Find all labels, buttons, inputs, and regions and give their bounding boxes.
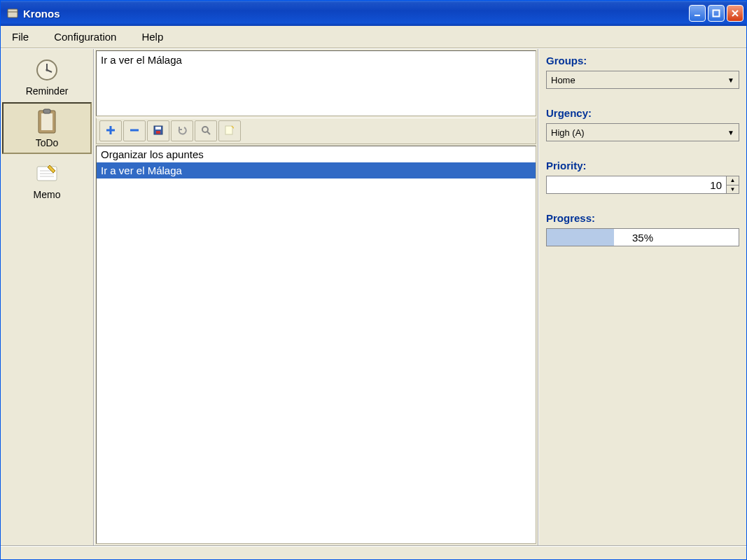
menu-file[interactable]: File [6, 28, 34, 46]
list-item[interactable]: Ir a ver el Málaga [97, 162, 536, 178]
svg-rect-20 [225, 126, 232, 134]
spinner-down-icon[interactable]: ▼ [727, 186, 739, 194]
note-icon [224, 125, 235, 138]
clipboard-icon [33, 108, 61, 136]
svg-rect-10 [43, 109, 50, 113]
sidebar-item-memo[interactable]: Memo [2, 154, 92, 206]
todo-list[interactable]: Organizar los apuntes Ir a ver el Málaga [96, 146, 536, 544]
titlebar[interactable]: Kronos [1, 1, 746, 26]
list-item[interactable]: Organizar los apuntes [97, 146, 536, 162]
menu-configuration[interactable]: Configuration [48, 28, 122, 46]
minimize-button[interactable] [689, 5, 706, 22]
sidebar-item-todo[interactable]: ToDo [2, 102, 92, 154]
groups-value: Home [551, 75, 575, 85]
progress-text: 35% [547, 229, 739, 246]
sidebar-item-label: ToDo [36, 137, 59, 148]
properties-panel: Groups: Home ▼ Urgency: High (A) ▼ Prior… [538, 49, 746, 545]
svg-rect-17 [156, 131, 160, 134]
sidebar-item-label: Reminder [26, 85, 69, 97]
search-button[interactable] [195, 120, 217, 141]
app-icon [6, 7, 19, 20]
urgency-label: Urgency: [546, 107, 739, 119]
clock-icon [33, 56, 61, 84]
sidebar-item-label: Memo [34, 189, 61, 200]
plus-icon [105, 125, 116, 138]
detail-text[interactable]: Ir a ver el Málaga [96, 50, 536, 116]
priority-spinner[interactable]: ▲ ▼ [546, 176, 739, 194]
groups-label: Groups: [546, 55, 739, 66]
main-panel: Ir a ver el Málaga [95, 49, 538, 545]
magnifier-icon [200, 125, 211, 138]
groups-select[interactable]: Home ▼ [546, 71, 739, 89]
remove-button[interactable] [123, 120, 146, 141]
chevron-down-icon: ▼ [727, 129, 734, 136]
svg-line-19 [207, 132, 210, 134]
save-button[interactable] [147, 120, 169, 141]
statusbar [1, 545, 746, 559]
sidebar: Reminder ToDo [1, 49, 95, 545]
urgency-value: High (A) [551, 127, 585, 138]
minus-icon [129, 125, 140, 138]
toolbar [96, 118, 536, 144]
svg-point-18 [202, 127, 208, 132]
chevron-down-icon: ▼ [727, 76, 734, 84]
window-controls [689, 5, 743, 22]
priority-label: Priority: [546, 160, 739, 172]
content-area: Reminder ToDo [1, 48, 746, 545]
undo-icon [176, 125, 188, 138]
urgency-select[interactable]: High (A) ▼ [546, 123, 739, 141]
sidebar-item-reminder[interactable]: Reminder [2, 50, 92, 102]
floppy-icon [153, 125, 164, 138]
svg-point-7 [46, 69, 48, 71]
svg-rect-2 [694, 15, 700, 16]
add-button[interactable] [99, 120, 122, 141]
undo-button[interactable] [171, 120, 193, 141]
maximize-button[interactable] [708, 5, 725, 22]
menu-help[interactable]: Help [136, 28, 169, 46]
progress-label: Progress: [546, 212, 739, 224]
window-title: Kronos [23, 8, 689, 20]
svg-rect-3 [713, 10, 720, 17]
svg-rect-16 [155, 127, 161, 130]
app-window: Kronos File Configuration Help [0, 0, 747, 560]
svg-rect-9 [41, 113, 53, 130]
close-button[interactable] [727, 5, 743, 22]
svg-rect-0 [8, 9, 18, 18]
progress-bar[interactable]: 35% [546, 228, 739, 246]
new-note-button[interactable] [218, 120, 241, 141]
memo-icon [33, 160, 61, 188]
spinner-up-icon[interactable]: ▲ [727, 176, 739, 186]
priority-input[interactable] [547, 176, 726, 193]
menubar: File Configuration Help [1, 26, 746, 48]
